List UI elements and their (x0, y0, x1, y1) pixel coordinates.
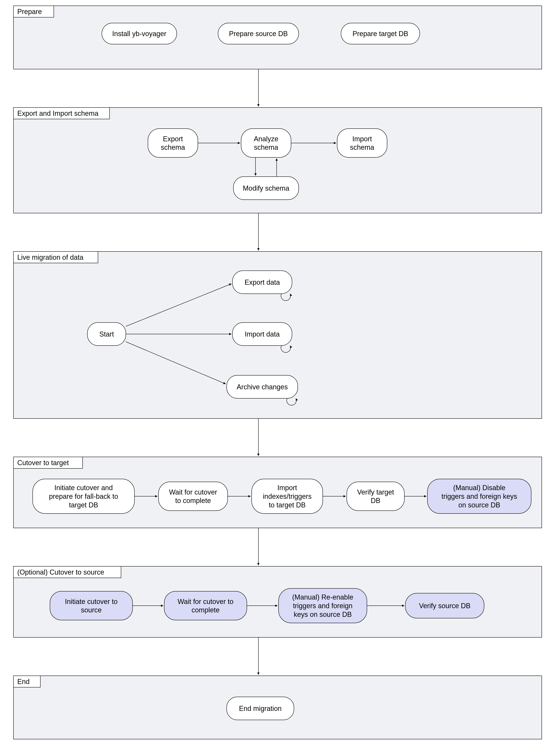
svg-text:triggers and foreign keys: triggers and foreign keys (441, 492, 517, 500)
group-schema-title: Export and Import schema (17, 109, 98, 117)
flowchart-diagram: Prepare Install yb-voyager Prepare sourc… (0, 0, 555, 756)
svg-text:to target DB: to target DB (269, 501, 306, 509)
svg-text:Start: Start (99, 330, 114, 338)
svg-text:Wait for cutover to: Wait for cutover to (178, 598, 233, 606)
svg-text:Export data: Export data (245, 278, 280, 286)
svg-text:prepare for fall-back to: prepare for fall-back to (49, 492, 118, 500)
svg-text:Export: Export (163, 135, 183, 143)
group-prepare-title: Prepare (17, 8, 42, 15)
svg-text:schema: schema (161, 143, 185, 151)
svg-text:source: source (81, 606, 101, 614)
svg-text:Verify source DB: Verify source DB (419, 602, 470, 610)
svg-text:Prepare target DB: Prepare target DB (352, 30, 408, 38)
group-live-title: Live migration of data (17, 253, 84, 261)
node-verify-target-db (347, 482, 404, 511)
svg-text:Import data: Import data (245, 330, 280, 338)
node-import-schema (337, 129, 387, 157)
group-cutover-source-title: (Optional) Cutover to source (17, 568, 104, 576)
svg-text:triggers and foreign: triggers and foreign (293, 602, 352, 610)
group-end-title: End (17, 678, 30, 686)
group-cutover-target-title: Cutover to target (17, 459, 69, 467)
svg-text:(Manual) Re-enable: (Manual) Re-enable (292, 593, 353, 601)
svg-text:schema: schema (254, 143, 279, 151)
svg-text:Import: Import (352, 135, 372, 143)
node-wait-cutover-source (164, 591, 247, 620)
svg-text:Modify schema: Modify schema (243, 184, 290, 192)
svg-text:Prepare source DB: Prepare source DB (229, 30, 288, 38)
svg-text:Initiate cutover to: Initiate cutover to (65, 598, 118, 606)
svg-text:complete: complete (191, 606, 220, 614)
svg-text:DB: DB (371, 497, 380, 505)
node-wait-cutover-target (159, 482, 228, 511)
svg-text:Wait for cutover: Wait for cutover (169, 488, 217, 496)
svg-text:to complete: to complete (175, 497, 211, 505)
svg-text:indexes/triggers: indexes/triggers (263, 492, 311, 500)
svg-text:keys on source DB: keys on source DB (294, 611, 352, 618)
node-initiate-cutover-source (50, 591, 133, 620)
node-export-schema (148, 129, 198, 157)
svg-text:Analyze: Analyze (254, 135, 279, 143)
svg-text:Install yb-voyager: Install yb-voyager (112, 30, 166, 38)
svg-text:Verify target: Verify target (357, 488, 394, 496)
svg-text:on source DB: on source DB (458, 501, 500, 509)
svg-text:Archive changes: Archive changes (237, 383, 288, 391)
svg-text:schema: schema (350, 143, 374, 151)
svg-text:End migration: End migration (239, 705, 282, 712)
node-analyze-schema (241, 129, 291, 157)
svg-text:(Manual) Disable: (Manual) Disable (453, 484, 505, 492)
svg-text:Import: Import (278, 484, 297, 492)
svg-text:Initiate cutover and: Initiate cutover and (54, 484, 113, 492)
svg-text:target DB: target DB (69, 501, 98, 509)
